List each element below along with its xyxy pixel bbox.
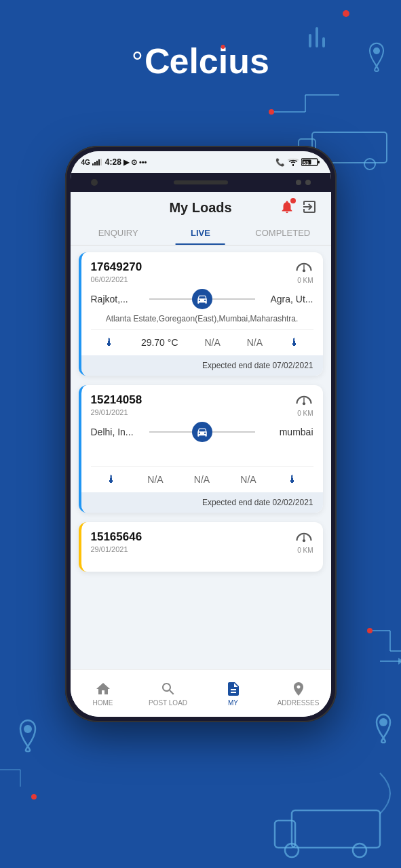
thermo-icon-left-1: 🌡 [104,336,115,349]
svg-rect-30 [96,161,98,165]
nav-post-load[interactable]: POST LOAD [136,681,201,707]
page-title: My Loads [169,200,231,216]
svg-rect-28 [92,163,94,165]
app-header: My Loads [71,192,331,221]
svg-marker-18 [398,658,401,665]
from-1: Rajkot,... [91,294,144,304]
thermo-icon-left-2: 🌡 [106,473,117,486]
front-camera [91,179,98,186]
svg-rect-20 [292,810,380,848]
svg-point-4 [373,47,380,54]
file-icon [225,681,242,697]
svg-rect-21 [275,821,295,848]
load-date-1: 06/02/2021 [91,275,142,283]
svg-point-27 [31,794,37,800]
wifi-icon [288,159,299,166]
svg-point-19 [379,718,387,726]
temp-row-1: 🌡 29.70 °C N/A N/A 🌡 [81,330,323,355]
tab-completed[interactable]: COMPLETED [242,221,324,245]
battery-icon: 53 [301,158,320,166]
notification-bell[interactable] [280,199,294,217]
load-id-2: 15214058 [91,393,142,407]
network-indicator: 4G [81,159,90,166]
nav-my-label: MY [228,699,238,707]
tabs-bar: ENQUIRY LIVE COMPLETED [71,221,331,245]
speedometer-icon-1 [294,260,313,274]
to-1: Agra, Ut... [261,294,313,304]
svg-point-23 [353,844,366,857]
route-row-2: Delhi, In... mumbai [81,421,323,446]
temp-na-3-1: N/A [247,337,263,348]
settings-icon: ⊙ [131,158,137,167]
thermo-icon-right-2: 🌡 [287,473,298,486]
svg-point-38 [302,269,305,272]
svg-text:53: 53 [303,161,309,165]
load-card-3[interactable]: 15165646 29/01/2021 0 KM [79,522,323,572]
status-bar: 4G 4:28 ▶ ⊙ ••• 📞 [71,151,331,173]
temp-na-2-1: N/A [204,337,220,348]
load-card-1[interactable]: 17649270 06/02/2021 0 KM [79,252,323,376]
load-date-2: 29/01/2021 [91,408,142,416]
distance-3: 0 KM [297,547,313,554]
svg-point-14 [367,628,373,633]
nav-home-label: HOME [93,699,113,707]
logout-button[interactable] [301,199,318,218]
speedometer-icon-3 [294,530,313,544]
svg-rect-29 [94,162,96,165]
sensor-dots [296,180,311,185]
svg-rect-0 [309,34,311,47]
track-2 [149,424,255,440]
temp-row-2: 🌡 N/A N/A N/A 🌡 [81,467,323,492]
temp-na-1-2: N/A [147,474,163,485]
notch [71,173,331,192]
svg-rect-1 [316,27,318,47]
svg-point-6 [269,109,274,115]
svg-point-40 [302,402,305,405]
speedometer-icon-2 [294,393,313,407]
svg-point-42 [302,539,305,542]
svg-point-22 [285,844,299,857]
search-icon [160,681,176,697]
loads-list: 17649270 06/02/2021 0 KM [71,245,331,717]
load-id-3: 15165646 [91,530,142,544]
tab-enquiry[interactable]: ENQUIRY [77,221,159,245]
signal-icon [92,159,102,165]
temp-value-1: 29.70 °C [141,337,178,348]
svg-rect-32 [100,159,102,165]
notification-dot [290,198,296,203]
thermo-icon-right-1: 🌡 [289,336,300,349]
nav-addresses[interactable]: ADDRESSES [266,681,331,707]
current-loc-1: Atlanta Estate,Goregaon(East),Mumbai,Mah… [81,313,323,329]
svg-rect-34 [318,161,320,163]
logo: ° C elc i us [132,41,269,81]
svg-point-3 [343,10,349,17]
svg-rect-2 [322,37,325,47]
route-row-1: Rajkot,... Agra, Ut... [81,288,323,313]
tab-live[interactable]: LIVE [159,221,242,245]
nav-home[interactable]: HOME [71,681,136,707]
end-date-1: Expected end date 07/02/2021 [81,355,323,376]
status-left: 4G 4:28 ▶ ⊙ ••• [81,157,147,167]
svg-rect-31 [98,159,100,165]
nav-post-load-label: POST LOAD [149,699,187,707]
load-card-2[interactable]: 15214058 29/01/2021 0 KM [79,385,323,513]
status-right: 📞 53 [275,158,320,167]
home-icon [95,681,111,697]
dots-icon: ••• [139,158,147,166]
to-2: mumbai [261,427,313,437]
svg-point-12 [364,159,375,170]
end-date-2: Expected end date 02/02/2021 [81,492,323,513]
location-icon [290,681,307,697]
load-id-1: 17649270 [91,260,142,274]
load-date-3: 29/01/2021 [91,545,142,553]
logout-icon [301,199,318,215]
header-icons [280,199,318,218]
record-icon: ▶ [123,158,129,167]
temp-na-3-2: N/A [240,474,256,485]
phone-device: 4G 4:28 ▶ ⊙ ••• 📞 [65,146,337,722]
nav-addresses-label: ADDRESSES [278,699,320,707]
nav-my[interactable]: MY [201,681,266,707]
distance-1: 0 KM [297,277,313,284]
svg-point-24 [24,725,32,733]
temp-na-2-2: N/A [194,474,210,485]
